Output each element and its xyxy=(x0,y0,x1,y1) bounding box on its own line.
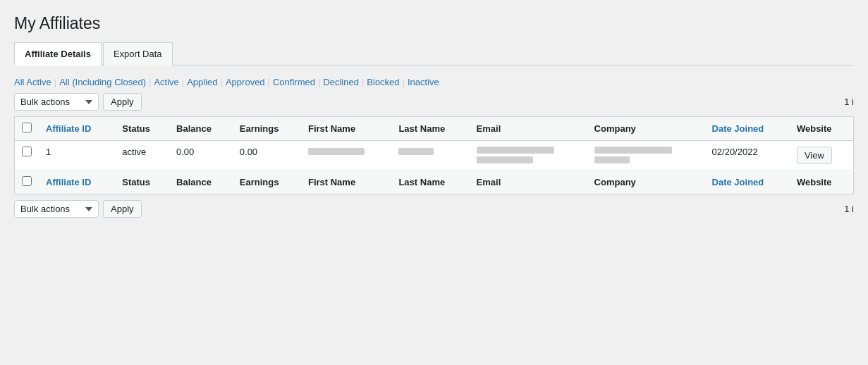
row-company xyxy=(587,141,705,171)
bottom-col-header-last-name: Last Name xyxy=(391,171,469,194)
col-header-website: Website xyxy=(790,117,854,141)
tab-export-data[interactable]: Export Data xyxy=(103,42,173,66)
col-header-status: Status xyxy=(115,117,169,141)
bottom-bulk-bar: Bulk actions Delete Apply 1 i xyxy=(14,200,854,218)
col-header-date-joined: Date Joined xyxy=(705,117,790,141)
filter-inactive[interactable]: Inactive xyxy=(408,77,439,87)
blurred-email-line2 xyxy=(477,156,533,163)
bottom-count: 1 i xyxy=(844,204,854,214)
blurred-company-line1 xyxy=(594,147,672,154)
page-title: My Affiliates xyxy=(14,14,854,33)
bottom-header-checkbox-col xyxy=(15,171,39,194)
row-first-name xyxy=(301,141,391,171)
row-last-name xyxy=(391,141,469,171)
row-date-joined: 02/20/2022 xyxy=(705,141,790,171)
filter-applied[interactable]: Applied xyxy=(187,77,217,87)
bottom-select-all-checkbox[interactable] xyxy=(22,176,32,186)
filter-links: All Active | All (Including Closed) | Ac… xyxy=(14,77,854,87)
bottom-col-header-balance: Balance xyxy=(169,171,233,194)
bottom-col-header-website: Website xyxy=(790,171,854,194)
col-header-last-name: Last Name xyxy=(391,117,469,141)
row-website: View xyxy=(790,141,854,171)
bottom-sort-date-joined[interactable]: Date Joined xyxy=(712,177,764,187)
top-apply-button[interactable]: Apply xyxy=(103,93,142,111)
col-header-email: Email xyxy=(470,117,587,141)
bottom-col-header-earnings: Earnings xyxy=(233,171,301,194)
row-checkbox[interactable] xyxy=(22,147,32,156)
filter-declined[interactable]: Declined xyxy=(323,77,359,87)
blurred-email-line1 xyxy=(477,147,554,154)
col-header-company: Company xyxy=(587,117,705,141)
filter-confirmed[interactable]: Confirmed xyxy=(273,77,315,87)
filter-approved[interactable]: Approved xyxy=(226,77,265,87)
table-header-row-bottom: Affiliate ID Status Balance Earnings Fir… xyxy=(15,171,854,194)
row-earnings: 0.00 xyxy=(233,141,301,171)
bottom-col-header-status: Status xyxy=(115,171,169,194)
blurred-first-name xyxy=(308,148,365,155)
bottom-col-header-affiliate-id: Affiliate ID xyxy=(39,171,115,194)
bottom-col-header-first-name: First Name xyxy=(301,171,391,194)
filter-blocked[interactable]: Blocked xyxy=(367,77,399,87)
view-button[interactable]: View xyxy=(797,147,832,164)
row-affiliate-id: 1 xyxy=(39,141,115,171)
col-header-affiliate-id: Affiliate ID xyxy=(39,117,115,141)
blurred-company-line2 xyxy=(594,156,630,163)
row-checkbox-cell xyxy=(15,141,39,171)
col-header-earnings: Earnings xyxy=(233,117,301,141)
bottom-col-header-date-joined: Date Joined xyxy=(705,171,790,194)
sort-date-joined[interactable]: Date Joined xyxy=(712,123,764,134)
bottom-bulk-actions-select[interactable]: Bulk actions Delete xyxy=(14,200,99,218)
header-checkbox-col xyxy=(15,117,39,141)
filter-active[interactable]: Active xyxy=(154,77,178,87)
tabs-container: Affiliate Details Export Data xyxy=(14,42,854,66)
table-header-row: Affiliate ID Status Balance Earnings Fir… xyxy=(15,117,854,141)
bottom-col-header-company: Company xyxy=(587,171,705,194)
top-bulk-actions-select[interactable]: Bulk actions Delete xyxy=(14,93,99,111)
top-count: 1 i xyxy=(844,97,854,107)
filter-all-active[interactable]: All Active xyxy=(14,77,51,87)
affiliates-table-wrapper: Affiliate ID Status Balance Earnings Fir… xyxy=(14,116,854,194)
row-status: active xyxy=(115,141,169,171)
col-header-first-name: First Name xyxy=(301,117,391,141)
bottom-sort-affiliate-id[interactable]: Affiliate ID xyxy=(46,177,91,187)
bottom-col-header-email: Email xyxy=(470,171,587,194)
table-row: 1 active 0.00 0.00 xyxy=(15,141,854,171)
bottom-apply-button[interactable]: Apply xyxy=(103,200,142,218)
row-email xyxy=(470,141,587,171)
affiliates-table: Affiliate ID Status Balance Earnings Fir… xyxy=(14,116,854,194)
row-balance: 0.00 xyxy=(169,141,233,171)
blurred-last-name xyxy=(398,148,434,155)
select-all-checkbox[interactable] xyxy=(22,123,32,132)
tab-affiliate-details[interactable]: Affiliate Details xyxy=(14,42,102,66)
sort-affiliate-id[interactable]: Affiliate ID xyxy=(46,123,91,134)
top-bulk-bar: Bulk actions Delete Apply 1 i xyxy=(14,93,854,111)
filter-all-including-closed[interactable]: All (Including Closed) xyxy=(59,77,146,87)
col-header-balance: Balance xyxy=(169,117,233,141)
